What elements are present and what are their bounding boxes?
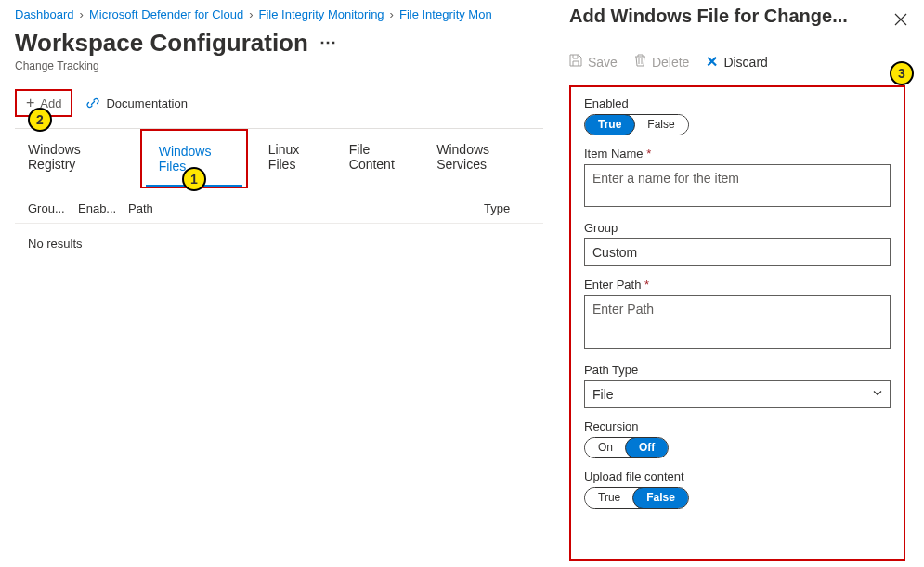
documentation-link-label: Documentation [106,97,187,110]
recursion-label: Recursion [584,419,891,433]
column-path[interactable]: Path [128,201,473,215]
tab-linux-files[interactable]: Linux Files [255,129,336,188]
upload-true[interactable]: True [585,488,633,508]
enter-path-label: Enter Path [584,277,891,291]
delete-button[interactable]: Delete [634,54,689,70]
upload-false[interactable]: False [632,487,689,509]
panel-title: Add Windows File for Change... [569,6,905,27]
chevron-right-icon: › [80,7,84,21]
breadcrumb-item[interactable]: File Integrity Mon [399,7,492,21]
enabled-label: Enabled [584,97,891,110]
more-actions-button[interactable]: ⋯ [319,32,336,56]
subtitle: Change Tracking [15,59,543,72]
annotation-marker-1: 1 [182,167,206,191]
group-input[interactable] [584,238,891,266]
group-label: Group [584,221,891,235]
table-header: Grou... Enab... Path Type [15,188,543,224]
trash-icon [634,54,646,70]
x-icon: ✕ [706,53,718,71]
breadcrumb-item[interactable]: Dashboard [15,7,74,21]
annotation-marker-3: 3 [890,61,914,85]
delete-button-label: Delete [652,55,689,70]
main-content: Dashboard › Microsoft Defender for Cloud… [0,0,543,567]
annotation-marker-2: 2 [28,108,52,132]
path-type-select[interactable] [584,380,891,408]
enabled-true[interactable]: True [584,114,635,135]
link-icon [85,96,100,110]
column-type[interactable]: Type [484,201,530,215]
save-button-label: Save [588,55,618,70]
tab-windows-services[interactable]: Windows Services [423,129,543,188]
item-name-input[interactable] [584,164,891,207]
toolbar: + Add Documentation [15,89,543,117]
item-name-label: Item Name [584,147,891,161]
column-enabled[interactable]: Enab... [78,201,117,215]
tab-file-content[interactable]: File Content [336,129,423,188]
tabs: Windows Registry Windows Files Linux Fil… [15,128,543,188]
path-type-value[interactable] [584,380,891,408]
add-file-panel: Add Windows File for Change... Save Dele… [543,0,924,567]
recursion-on[interactable]: On [585,438,626,457]
discard-button[interactable]: ✕ Discard [706,53,767,71]
save-icon [569,54,582,70]
recursion-off[interactable]: Off [625,437,669,458]
close-button[interactable] [894,11,907,31]
discard-button-label: Discard [723,55,767,70]
enabled-toggle[interactable]: True False [584,114,689,135]
upload-toggle[interactable]: True False [584,487,689,509]
tab-windows-registry[interactable]: Windows Registry [15,129,133,188]
table-empty-state: No results [15,224,543,264]
breadcrumb-item[interactable]: Microsoft Defender for Cloud [89,7,243,21]
breadcrumb: Dashboard › Microsoft Defender for Cloud… [15,7,543,21]
path-type-label: Path Type [584,363,891,377]
breadcrumb-item[interactable]: File Integrity Monitoring [258,7,384,21]
upload-label: Upload file content [584,470,891,483]
documentation-link[interactable]: Documentation [85,96,187,110]
enter-path-input[interactable] [584,295,891,349]
column-group[interactable]: Grou... [28,201,67,215]
recursion-toggle[interactable]: On Off [584,437,669,458]
chevron-right-icon: › [249,7,253,21]
save-button[interactable]: Save [569,54,618,70]
panel-toolbar: Save Delete ✕ Discard [569,53,905,71]
panel-body: Enabled True False Item Name Group Enter… [569,85,905,561]
page-title: Workspace Configuration ⋯ [15,29,543,58]
page-title-text: Workspace Configuration [15,29,308,58]
chevron-right-icon: › [390,7,394,21]
enabled-false[interactable]: False [634,115,687,135]
